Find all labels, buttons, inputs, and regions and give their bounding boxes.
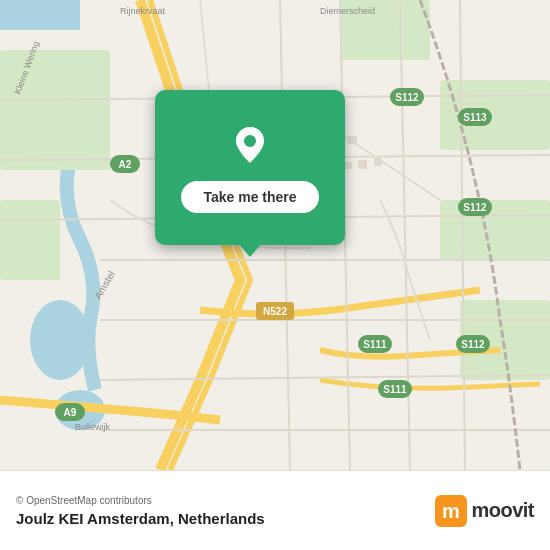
svg-rect-39: [348, 136, 357, 144]
moovit-label: moovit: [471, 499, 534, 522]
svg-rect-7: [440, 80, 550, 150]
svg-point-48: [244, 135, 256, 147]
location-popup-card: Take me there: [155, 90, 345, 245]
svg-text:Rijnekrvaat: Rijnekrvaat: [120, 6, 166, 16]
location-title-text: Joulz KEI Amsterdam, Netherlands: [16, 510, 265, 527]
svg-rect-46: [374, 158, 382, 166]
svg-rect-4: [0, 50, 110, 170]
svg-rect-5: [0, 200, 60, 280]
moovit-logo: m moovit: [435, 495, 534, 527]
map-container: A2 S112 S113 S112 S111 S112 S111 N522 A9…: [0, 0, 550, 470]
svg-rect-44: [344, 162, 352, 169]
svg-text:Bullewijk: Bullewijk: [75, 422, 111, 432]
svg-text:N522: N522: [263, 306, 287, 317]
svg-text:S112: S112: [395, 92, 419, 103]
svg-text:Diemerscheid: Diemerscheid: [320, 6, 375, 16]
svg-text:S112: S112: [461, 339, 485, 350]
svg-text:m: m: [443, 500, 461, 522]
take-me-there-button[interactable]: Take me there: [181, 181, 318, 213]
svg-text:A9: A9: [64, 407, 77, 418]
svg-rect-8: [440, 200, 550, 260]
svg-rect-45: [358, 160, 367, 169]
svg-text:S112: S112: [463, 202, 487, 213]
map-pin-icon: [228, 123, 272, 167]
svg-text:S111: S111: [383, 384, 407, 395]
footer-bar: © OpenStreetMap contributors Joulz KEI A…: [0, 470, 550, 550]
svg-text:S113: S113: [463, 112, 487, 123]
svg-text:S111: S111: [363, 339, 387, 350]
app: A2 S112 S113 S112 S111 S112 S111 N522 A9…: [0, 0, 550, 550]
moovit-icon: m: [435, 495, 467, 527]
svg-point-1: [30, 300, 90, 380]
footer-info: © OpenStreetMap contributors Joulz KEI A…: [16, 495, 265, 527]
svg-text:A2: A2: [119, 159, 132, 170]
osm-credit-text: © OpenStreetMap contributors: [16, 495, 265, 506]
